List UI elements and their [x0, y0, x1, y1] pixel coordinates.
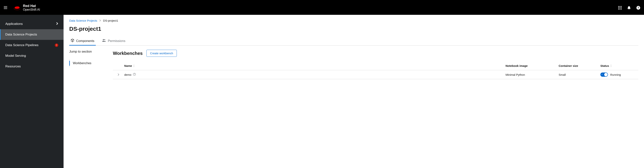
- svg-rect-4: [620, 8, 620, 8]
- users-icon: [102, 39, 106, 43]
- brand-product: OpenShift AI: [23, 8, 40, 12]
- apps-grid-icon[interactable]: [618, 6, 622, 10]
- column-header-name[interactable]: Name: [124, 64, 494, 68]
- tab-label: Components: [76, 39, 94, 43]
- main-header: Red Hat OpenShift AI ?: [0, 0, 644, 15]
- brand-name: Red Hat: [23, 4, 40, 8]
- svg-rect-2: [621, 6, 622, 7]
- sidebar-item-model-serving[interactable]: Model Serving: [0, 50, 64, 61]
- breadcrumb-link[interactable]: Data Science Projects: [69, 19, 97, 22]
- main-content: Data Science Projects DS-project1 DS-pro…: [64, 15, 644, 168]
- svg-rect-0: [618, 6, 619, 7]
- sidebar-item-data-science-pipelines[interactable]: Data Science Pipelines !: [0, 40, 64, 50]
- breadcrumb-current: DS-project1: [103, 19, 118, 22]
- jump-to-section: Jump to section Workbenches: [69, 50, 113, 79]
- table-row: demo ? Minimal Python Small ✓ R: [113, 70, 638, 79]
- workbench-image: Minimal Python: [506, 73, 559, 76]
- breadcrumb: Data Science Projects DS-project1: [69, 19, 638, 22]
- sort-icon: [133, 64, 135, 67]
- warning-badge-icon: !: [55, 44, 58, 47]
- sidebar-nav: Applications Data Science Projects Data …: [0, 15, 64, 168]
- sidebar-item-data-science-projects[interactable]: Data Science Projects: [0, 29, 64, 40]
- sidebar-item-label: Data Science Pipelines: [5, 43, 38, 47]
- cube-icon: [71, 39, 74, 43]
- page-title: DS-project1: [69, 26, 638, 32]
- workbenches-table: Name Notebook image Container size: [113, 62, 638, 79]
- svg-rect-5: [621, 8, 622, 8]
- chevron-right-icon: [56, 22, 58, 26]
- sidebar-item-label: Applications: [5, 22, 23, 26]
- svg-text:?: ?: [134, 73, 135, 75]
- sidebar-item-label: Model Serving: [5, 54, 26, 58]
- svg-rect-1: [620, 6, 620, 7]
- svg-text:?: ?: [638, 6, 639, 9]
- svg-point-11: [103, 39, 104, 40]
- section-title: Workbenches: [113, 51, 143, 56]
- sidebar-item-applications[interactable]: Applications: [0, 18, 64, 29]
- expand-row-button[interactable]: [113, 74, 124, 76]
- sidebar-item-label: Resources: [5, 64, 21, 68]
- sidebar-item-label: Data Science Projects: [5, 33, 37, 36]
- sidebar-item-resources[interactable]: Resources: [0, 61, 64, 72]
- tab-label: Permissions: [108, 39, 126, 43]
- check-icon: ✓: [601, 73, 603, 76]
- create-workbench-button[interactable]: Create workbench: [146, 50, 177, 57]
- jump-title: Jump to section: [69, 50, 113, 54]
- jump-item-label: Workbenches: [73, 62, 92, 65]
- svg-point-12: [104, 39, 105, 40]
- svg-rect-6: [618, 9, 619, 10]
- svg-rect-8: [621, 9, 622, 10]
- brand-logo[interactable]: Red Hat OpenShift AI: [13, 4, 40, 12]
- svg-rect-3: [618, 8, 619, 8]
- tab-components[interactable]: Components: [69, 37, 96, 45]
- notifications-bell-icon[interactable]: [627, 6, 631, 10]
- help-icon[interactable]: ?: [636, 6, 640, 10]
- sort-icon: [610, 64, 612, 67]
- column-header-image: Notebook image: [506, 64, 559, 68]
- hamburger-menu-button[interactable]: [4, 5, 8, 10]
- chevron-right-icon: [100, 19, 101, 22]
- workbench-name: demo: [124, 73, 132, 76]
- jump-item-workbenches[interactable]: Workbenches: [70, 59, 113, 67]
- tab-permissions[interactable]: Permissions: [100, 37, 127, 45]
- column-header-status[interactable]: Status: [600, 64, 638, 68]
- help-circle-icon[interactable]: ?: [133, 73, 136, 76]
- redhat-logo-icon: [13, 5, 21, 10]
- svg-rect-7: [620, 9, 620, 10]
- status-toggle[interactable]: ✓: [600, 72, 608, 77]
- tabs: Components Permissions: [69, 37, 638, 46]
- workbench-size: Small: [559, 73, 600, 76]
- workbench-status: Running: [610, 73, 621, 76]
- column-header-size: Container size: [559, 64, 600, 68]
